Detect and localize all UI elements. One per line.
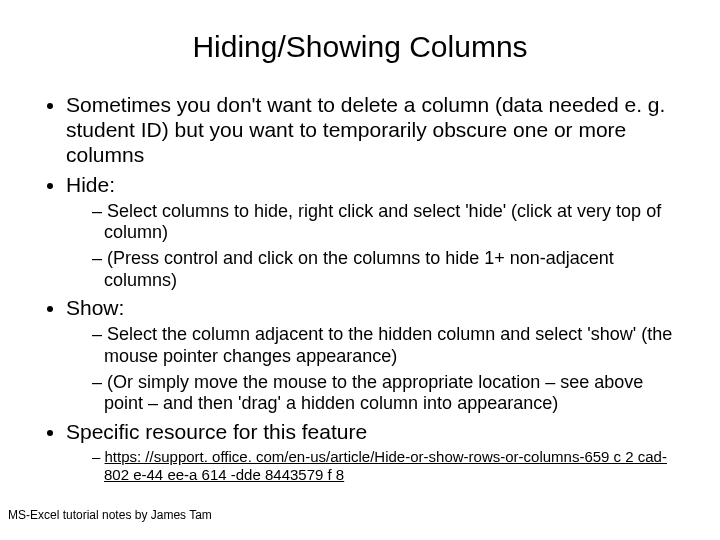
bullet-hide: Hide: xyxy=(66,172,684,197)
show-sub-1: Select the column adjacent to the hidden… xyxy=(92,324,684,367)
slide-title: Hiding/Showing Columns xyxy=(36,30,684,64)
bullet-list: Sometimes you don't want to delete a col… xyxy=(36,92,684,484)
hide-sublist: Select columns to hide, right click and … xyxy=(66,201,684,291)
hide-sub-1: Select columns to hide, right click and … xyxy=(92,201,684,244)
show-sublist: Select the column adjacent to the hidden… xyxy=(66,324,684,414)
bullet-resource: Specific resource for this feature xyxy=(66,419,684,444)
bullet-sometimes: Sometimes you don't want to delete a col… xyxy=(66,92,684,168)
footer-note: MS-Excel tutorial notes by James Tam xyxy=(8,508,212,522)
bullet-show: Show: xyxy=(66,295,684,320)
slide: Hiding/Showing Columns Sometimes you don… xyxy=(0,0,720,540)
show-sub-2: (Or simply move the mouse to the appropr… xyxy=(92,372,684,415)
resource-link[interactable]: https: //support. office. com/en-us/arti… xyxy=(104,448,667,483)
hide-sub-2: (Press control and click on the columns … xyxy=(92,248,684,291)
resource-sublist: https: //support. office. com/en-us/arti… xyxy=(66,448,684,484)
resource-link-item: https: //support. office. com/en-us/arti… xyxy=(92,448,684,484)
